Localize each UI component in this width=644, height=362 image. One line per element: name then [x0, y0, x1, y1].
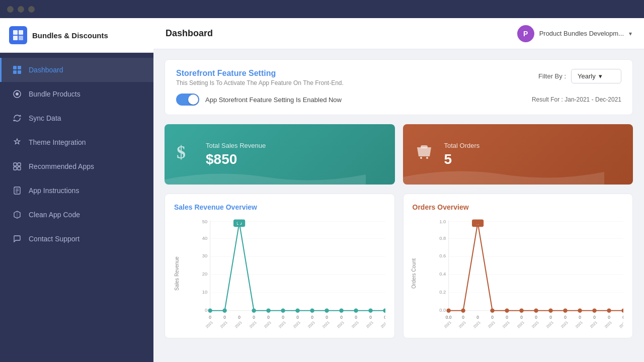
svg-text:1.0: 1.0 [439, 219, 446, 224]
svg-point-92 [461, 309, 465, 313]
svg-text:10: 10 [202, 289, 208, 295]
svg-text:2021: 2021 [545, 320, 554, 329]
sidebar-item-clean-app-code[interactable]: Clean App Code [0, 203, 153, 227]
filter-select[interactable]: Yearly ▾ [571, 69, 621, 83]
sidebar-item-bundle-products[interactable]: Bundle Products [0, 82, 153, 106]
recommended-apps-icon [12, 161, 23, 172]
svg-text:0.4: 0.4 [439, 271, 446, 277]
sales-revenue-chart-card: Sales Revenue Overview Sales Revenue 0 1… [165, 194, 395, 338]
svg-text:0: 0 [238, 315, 240, 320]
app-name: Bundles & Discounts [32, 31, 108, 40]
titlebar [0, 0, 644, 18]
bundle-products-icon [12, 88, 23, 100]
feature-toggle-row: App Storefront Feature Setting Is Enable… [176, 94, 621, 106]
sidebar-item-app-instructions[interactable]: App Instructions [0, 178, 153, 203]
svg-text:0: 0 [535, 315, 537, 320]
app-instructions-icon [12, 185, 23, 196]
svg-text:0: 0 [340, 315, 343, 320]
svg-point-44 [252, 309, 256, 313]
close-button[interactable] [7, 6, 14, 13]
chevron-down-icon: ▾ [629, 30, 632, 37]
svg-text:2021: 2021 [365, 320, 374, 329]
svg-text:30: 30 [202, 253, 208, 258]
svg-rect-20 [421, 145, 428, 148]
svg-text:0: 0 [355, 315, 357, 320]
result-text: Result For : Jan-2021 - Dec-2021 [532, 96, 621, 103]
sidebar-label-dashboard: Dashboard [29, 66, 63, 74]
svg-rect-10 [14, 163, 17, 166]
svg-point-54 [325, 309, 329, 313]
sales-y-label: Sales Revenue [174, 256, 180, 291]
svg-point-21 [420, 157, 422, 159]
svg-point-110 [578, 309, 582, 313]
sidebar-nav: Dashboard Bundle Products [0, 53, 153, 362]
svg-text:0: 0 [593, 315, 596, 320]
svg-point-58 [354, 309, 358, 313]
svg-point-102 [519, 309, 523, 313]
feature-toggle[interactable] [176, 94, 199, 106]
sidebar-item-theme-integration[interactable]: Theme Integration [0, 130, 153, 154]
svg-text:2021: 2021 [205, 320, 214, 329]
svg-text:0.0: 0.0 [445, 315, 451, 320]
svg-text:2021: 2021 [249, 320, 258, 329]
svg-text:0: 0 [205, 307, 207, 313]
content-area: Storefront Feature Setting This Setting … [153, 49, 644, 362]
sidebar-label-clean-app-code: Clean App Code [29, 211, 80, 219]
svg-rect-1 [19, 30, 23, 35]
minimize-button[interactable] [18, 6, 24, 13]
svg-text:0: 0 [384, 315, 385, 320]
svg-rect-11 [18, 163, 21, 166]
revenue-label: Total Sales Revenue [206, 142, 266, 149]
charts-row: Sales Revenue Overview Sales Revenue 0 1… [165, 194, 633, 338]
revenue-info: Total Sales Revenue $850 [206, 142, 266, 167]
sales-revenue-svg: 0 10 20 30 40 50 [194, 218, 385, 329]
feature-subtitle: This Setting Is To Activate The App Feat… [176, 79, 344, 86]
orders-icon [413, 141, 435, 168]
svg-text:0: 0 [369, 315, 372, 320]
svg-rect-5 [18, 66, 21, 69]
sidebar-item-recommended-apps[interactable]: Recommended Apps [0, 154, 153, 178]
toggle-text: App Storefront Feature Setting Is Enable… [205, 96, 342, 104]
maximize-button[interactable] [28, 6, 35, 13]
svg-point-52 [310, 309, 314, 313]
feature-setting-card: Storefront Feature Setting This Setting … [165, 59, 633, 115]
svg-text:2021: 2021 [278, 320, 287, 329]
svg-text:0: 0 [223, 315, 226, 320]
svg-text:0: 0 [608, 315, 610, 320]
sidebar-item-sync-data[interactable]: Sync Data [0, 106, 153, 130]
svg-text:0: 0 [579, 315, 581, 320]
svg-text:40: 40 [202, 235, 208, 241]
svg-text:2021: 2021 [603, 320, 612, 329]
svg-text:0: 0 [311, 315, 313, 320]
revenue-icon: $ [175, 141, 197, 168]
orders-chart-area: Orders Count 0.0 0.2 0.4 0.6 [413, 218, 624, 329]
sidebar-label-bundle-products: Bundle Products [29, 90, 80, 98]
svg-text:0: 0 [476, 315, 479, 320]
svg-rect-0 [13, 30, 18, 35]
svg-rect-12 [14, 167, 17, 170]
svg-point-46 [266, 309, 270, 313]
svg-point-96 [475, 221, 479, 225]
sidebar-item-dashboard[interactable]: Dashboard [0, 58, 153, 82]
svg-text:0: 0 [462, 315, 464, 320]
sidebar-label-app-instructions: App Instructions [29, 187, 79, 195]
svg-text:2021: 2021 [219, 320, 228, 329]
store-selector[interactable]: P Product Bundles Developm... ▾ [517, 25, 632, 42]
svg-text:2021: 2021 [574, 320, 583, 329]
orders-info: Total Orders 5 [444, 142, 480, 167]
sidebar-label-contact-support: Contact Support [29, 235, 79, 243]
svg-text:2021: 2021 [307, 320, 316, 329]
svg-text:0: 0 [564, 315, 567, 320]
svg-point-114 [607, 309, 611, 313]
svg-text:0: 0 [296, 315, 299, 320]
sidebar-item-contact-support[interactable]: Contact Support [0, 227, 153, 251]
svg-text:2021: 2021 [263, 320, 272, 329]
app-logo [9, 26, 27, 44]
filter-by: Filter By : Yearly ▾ [538, 69, 621, 83]
svg-text:2021: 2021 [516, 320, 525, 329]
svg-point-38 [222, 309, 226, 313]
svg-point-22 [426, 157, 428, 159]
svg-point-98 [490, 309, 494, 313]
svg-text:0: 0 [549, 315, 552, 320]
svg-point-9 [16, 93, 19, 96]
